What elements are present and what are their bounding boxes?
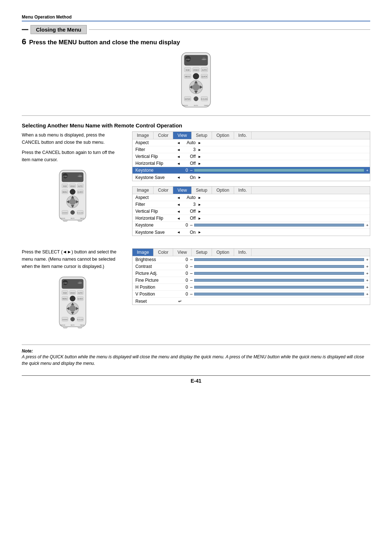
menu-row-contrast: Contrast 0 – +	[132, 263, 370, 270]
arrow-left-ksave-1: ◄	[176, 175, 181, 179]
svg-text:MUTE: MUTE	[71, 325, 75, 326]
plus-brightness: +	[365, 257, 370, 262]
svg-point-49	[70, 199, 76, 205]
tab-view-2: View	[173, 187, 192, 194]
tab-image-1: Image	[132, 132, 154, 139]
section2-right: Image Color View Setup Option Info. Aspe…	[132, 131, 370, 241]
slider-keystone-2	[194, 224, 364, 227]
plus-keystone-2: +	[365, 223, 370, 227]
label-h-position: H Position	[132, 284, 176, 290]
menu-row-v-position: V Position 0 – +	[132, 291, 370, 298]
label-aspect-2: Aspect	[132, 195, 176, 200]
svg-point-13	[193, 73, 199, 79]
tab-info-2: Info.	[234, 187, 252, 194]
val-vflip-1: Off	[181, 154, 197, 159]
label-picture-adj: Picture Adj.	[132, 270, 176, 276]
svg-text:QUICK: QUICK	[201, 76, 208, 78]
menu-row-hflip-2: Horizontal Flip ◄ Off ►	[132, 215, 370, 222]
val-brightness: 0	[176, 257, 189, 262]
menu-ui-2: Image Color View Setup Option Info. Aspe…	[132, 186, 370, 236]
val-hflip-1: Off	[181, 161, 197, 166]
remote-control-1: STBY LASER RGB VIDEO AUTO MENU QUICK	[174, 51, 218, 109]
menu-row-h-position: H Position 0 – +	[132, 284, 370, 291]
arrow-left-filter-2: ◄	[176, 203, 181, 207]
svg-text:VIDEO: VIDEO	[70, 186, 75, 187]
svg-rect-96	[78, 326, 82, 328]
val-aspect-2: Auto	[181, 195, 197, 200]
label-aspect-1: Aspect	[132, 140, 176, 146]
menu-row-hflip-1: Horizontal Flip ◄ Off ►	[132, 160, 370, 167]
svg-text:ENTER: ENTER	[185, 98, 191, 100]
svg-text:VIDEO: VIDEO	[70, 292, 75, 294]
svg-text:AUTO: AUTO	[78, 292, 83, 294]
svg-text:LASER: LASER	[78, 176, 82, 177]
menu-tab-row-2: Image Color View Setup Option Info.	[132, 187, 370, 194]
tab-option-2: Option	[212, 187, 234, 194]
val-v-position: 0	[176, 292, 189, 297]
arrow-right-aspect-1: ►	[197, 141, 202, 145]
arrow-left-ksave-2: ◄	[176, 230, 181, 234]
menu-ui-1: Image Color View Setup Option Info. Aspe…	[132, 131, 370, 181]
svg-point-44	[70, 189, 75, 195]
svg-text:TIMER: TIMER	[80, 325, 84, 326]
label-keystonesave-2: Keystone Save	[132, 229, 176, 235]
arrow-left-aspect-2: ◄	[176, 196, 181, 200]
arrow-right-ksave-2: ►	[197, 230, 202, 234]
val-vflip-2: Off	[181, 209, 197, 214]
val-h-position: 0	[176, 285, 189, 290]
arrow-right-hflip-2: ►	[197, 216, 202, 220]
svg-text:QUICK: QUICK	[78, 191, 83, 193]
note-text: A press of the QUICK button while the me…	[22, 354, 370, 367]
menu-row-fine-picture: Fine Picture 0 – +	[132, 277, 370, 284]
arrow-right-aspect-2: ►	[197, 196, 202, 200]
svg-text:R-CLICK: R-CLICK	[201, 98, 208, 100]
val-hflip-2: Off	[181, 216, 197, 221]
section2-left: When a sub menu is displayed, press the …	[22, 131, 123, 241]
svg-rect-95	[63, 326, 67, 328]
svg-text:FREEZE: FREEZE	[182, 105, 188, 106]
arrow-right-hflip-1: ►	[197, 162, 202, 166]
divider-1	[22, 115, 370, 116]
banner-left-line	[22, 29, 28, 30]
label-vflip-2: Vertical Flip	[132, 208, 176, 214]
tab-view-1: View	[173, 132, 192, 139]
val-filter-2: 3	[181, 202, 197, 207]
remote-wrapper-3: STBY LASER RGB VIDEO AUTO MENU QUICK	[22, 274, 123, 330]
arrow-right-filter-1: ►	[197, 148, 202, 152]
svg-text:RGB: RGB	[186, 69, 190, 71]
section2-second-row: Press the SELECT (◄►) button and select …	[22, 248, 370, 334]
label-hflip-2: Horizontal Flip	[132, 215, 176, 221]
label-hflip-1: Horizontal Flip	[132, 160, 176, 166]
closing-menu-box: Closing the Menu	[30, 25, 87, 34]
tab-color-2: Color	[154, 187, 173, 194]
tab-info-3: Info.	[234, 249, 252, 256]
svg-text:AUTO: AUTO	[202, 69, 207, 71]
svg-point-18	[193, 84, 199, 90]
label-reset: Reset	[132, 298, 176, 304]
svg-text:TIMER: TIMER	[80, 218, 84, 220]
svg-text:ENTER: ENTER	[62, 212, 68, 214]
tab-color-3: Color	[154, 249, 173, 256]
plus-contrast: +	[365, 264, 370, 269]
body-text-1: When a sub menu is displayed, press the …	[22, 131, 123, 146]
menu-row-filter-1: Filter ◄ 3 ►	[132, 146, 370, 153]
val-keystone-2: 0	[176, 223, 189, 228]
plus-v-position: +	[365, 292, 370, 296]
section2-left-2: Press the SELECT (◄►) button and select …	[22, 248, 123, 334]
svg-text:MUTE: MUTE	[71, 218, 75, 220]
remote-control-3: STBY LASER RGB VIDEO AUTO MENU QUICK	[53, 274, 93, 330]
svg-text:STBY: STBY	[63, 282, 68, 284]
svg-text:RGB: RGB	[63, 292, 67, 294]
tab-image-2: Image	[132, 187, 154, 194]
label-keystone-2: Keystone	[132, 222, 176, 228]
slider-h-position	[194, 286, 364, 289]
arrow-right-vflip-1: ►	[197, 155, 202, 159]
arrow-left-vflip-1: ◄	[176, 155, 181, 159]
svg-text:MENU: MENU	[62, 298, 67, 300]
menu-row-keystone-1: Keystone 0 – +	[132, 167, 370, 174]
svg-text:FREEZE: FREEZE	[60, 325, 65, 326]
slider-fine-picture	[194, 279, 364, 282]
svg-text:STBY: STBY	[63, 176, 68, 178]
tab-image-3: Image	[132, 249, 154, 256]
label-brightness: Brightness	[132, 257, 176, 262]
